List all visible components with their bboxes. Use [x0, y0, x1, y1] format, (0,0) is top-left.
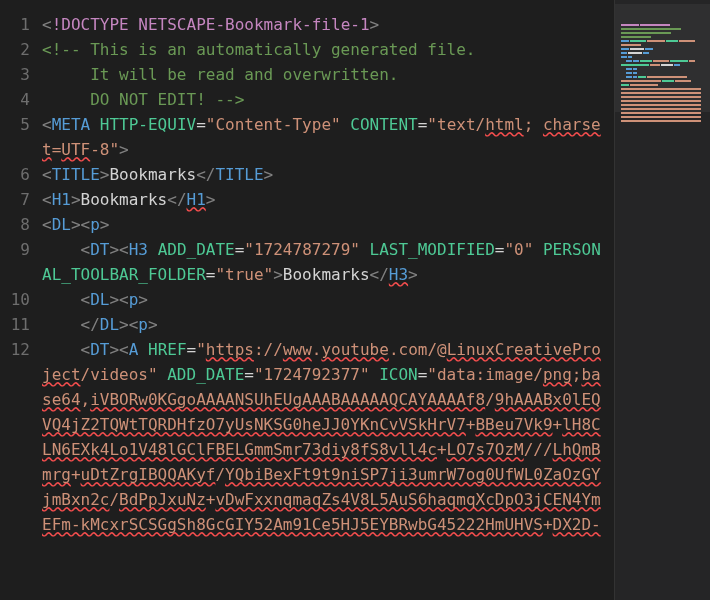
minimap[interactable] — [614, 0, 710, 600]
line-number: 9 — [0, 237, 30, 262]
line-number: 7 — [0, 187, 30, 212]
code-line[interactable]: DO NOT EDIT! --> — [42, 87, 605, 112]
line-number: 11 — [0, 312, 30, 337]
code-area[interactable]: <!DOCTYPE NETSCAPE-Bookmark-file-1><!-- … — [38, 0, 605, 600]
line-number: 12 — [0, 337, 30, 362]
code-line[interactable]: <TITLE>Bookmarks</TITLE> — [42, 162, 605, 187]
line-number: 6 — [0, 162, 30, 187]
line-number: 4 — [0, 87, 30, 112]
code-line[interactable]: <DT><H3 ADD_DATE="1724787279" LAST_MODIF… — [42, 237, 605, 287]
line-number: 5 — [0, 112, 30, 137]
code-line[interactable]: </DL><p> — [42, 312, 605, 337]
code-line[interactable]: <DL><p> — [42, 212, 605, 237]
line-number: 1 — [0, 12, 30, 37]
code-line[interactable]: <DT><A HREF="https://www.youtube.com/@Li… — [42, 337, 605, 537]
code-line[interactable]: <!-- This is an automatically generated … — [42, 37, 605, 62]
line-number: 10 — [0, 287, 30, 312]
code-line[interactable]: <DL><p> — [42, 287, 605, 312]
line-number: 3 — [0, 62, 30, 87]
code-line[interactable]: <META HTTP-EQUIV="Content-Type" CONTENT=… — [42, 112, 605, 162]
code-editor[interactable]: 12345.6789.101112........ <!DOCTYPE NETS… — [0, 0, 605, 600]
code-line[interactable]: <!DOCTYPE NETSCAPE-Bookmark-file-1> — [42, 12, 605, 37]
line-number-gutter: 12345.6789.101112........ — [0, 0, 38, 600]
code-line[interactable]: It will be read and overwritten. — [42, 62, 605, 87]
code-line[interactable]: <H1>Bookmarks</H1> — [42, 187, 605, 212]
line-number: 2 — [0, 37, 30, 62]
line-number: 8 — [0, 212, 30, 237]
